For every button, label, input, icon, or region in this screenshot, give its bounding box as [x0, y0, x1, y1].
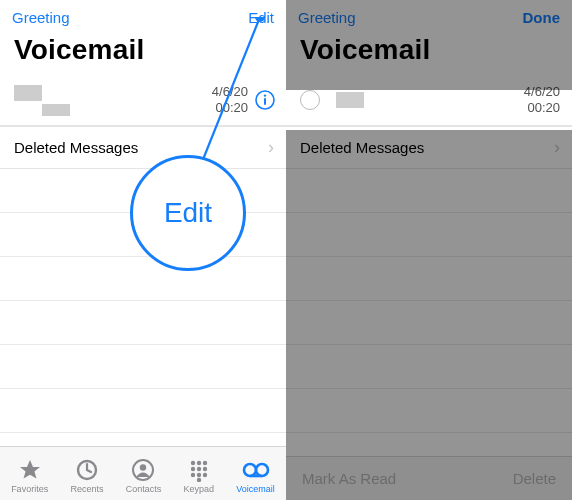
voicemail-date: 4/6/20 — [212, 84, 248, 100]
chevron-right-icon: › — [268, 137, 274, 158]
edit-action-bar: Mark As Read Delete — [286, 456, 572, 500]
edit-button[interactable]: Edit — [248, 9, 274, 26]
svg-point-14 — [203, 472, 207, 476]
tab-voicemail[interactable]: Voicemail — [236, 458, 275, 494]
delete-button[interactable]: Delete — [513, 470, 556, 487]
deleted-messages-row[interactable]: Deleted Messages › — [286, 126, 572, 169]
svg-rect-2 — [264, 98, 266, 105]
svg-point-10 — [197, 466, 201, 470]
deleted-messages-label: Deleted Messages — [14, 139, 138, 156]
navbar: Greeting Edit — [0, 0, 286, 32]
greeting-button[interactable]: Greeting — [12, 9, 70, 26]
chevron-right-icon: › — [554, 137, 560, 158]
page-title: Voicemail — [14, 34, 274, 66]
list-filler — [286, 169, 572, 433]
tab-label: Contacts — [126, 484, 162, 494]
tab-bar: Favorites Recents Contacts Keypad — [0, 446, 286, 500]
voicemail-duration: 00:20 — [212, 100, 248, 116]
voicemail-row[interactable]: 4/6/20 00:20 — [286, 76, 572, 126]
tab-label: Voicemail — [236, 484, 275, 494]
svg-point-15 — [197, 477, 201, 481]
tab-keypad[interactable]: Keypad — [184, 458, 215, 494]
svg-point-1 — [264, 95, 266, 97]
svg-point-11 — [203, 466, 207, 470]
deleted-messages-row[interactable]: Deleted Messages › — [0, 126, 286, 169]
voicemail-date: 4/6/20 — [524, 84, 560, 100]
mark-as-read-button[interactable]: Mark As Read — [302, 470, 396, 487]
svg-point-16 — [244, 464, 256, 476]
svg-point-13 — [197, 472, 201, 476]
svg-point-12 — [191, 472, 195, 476]
list-filler — [0, 169, 286, 433]
svg-point-6 — [191, 460, 195, 464]
svg-point-17 — [256, 464, 268, 476]
tab-contacts[interactable]: Contacts — [126, 458, 162, 494]
caller-placeholder — [330, 92, 370, 108]
select-circle-icon[interactable] — [300, 90, 320, 110]
voicemail-duration: 00:20 — [524, 100, 560, 116]
svg-point-9 — [191, 466, 195, 470]
voicemail-row[interactable]: 4/6/20 00:20 — [0, 76, 286, 126]
navbar: Greeting Done — [286, 0, 572, 32]
done-button[interactable]: Done — [523, 9, 561, 26]
deleted-messages-label: Deleted Messages — [300, 139, 424, 156]
caller-placeholder — [14, 85, 70, 116]
tab-label: Favorites — [11, 484, 48, 494]
tab-recents[interactable]: Recents — [70, 458, 103, 494]
voicemail-meta: 4/6/20 00:20 — [212, 84, 254, 117]
voicemail-meta: 4/6/20 00:20 — [524, 84, 562, 117]
title-bar: Voicemail — [0, 32, 286, 76]
title-bar: Voicemail — [286, 32, 572, 76]
voicemail-pane-edit: Greeting Done Voicemail 4/6/20 00:20 Del… — [286, 0, 572, 500]
tab-label: Keypad — [184, 484, 215, 494]
svg-point-5 — [140, 464, 146, 470]
svg-point-7 — [197, 460, 201, 464]
tab-favorites[interactable]: Favorites — [11, 458, 48, 494]
svg-point-8 — [203, 460, 207, 464]
page-title: Voicemail — [300, 34, 560, 66]
voicemail-pane-normal: Greeting Edit Voicemail 4/6/20 00:20 Del… — [0, 0, 286, 500]
info-icon[interactable] — [254, 89, 276, 111]
tab-label: Recents — [70, 484, 103, 494]
greeting-button[interactable]: Greeting — [298, 9, 356, 26]
